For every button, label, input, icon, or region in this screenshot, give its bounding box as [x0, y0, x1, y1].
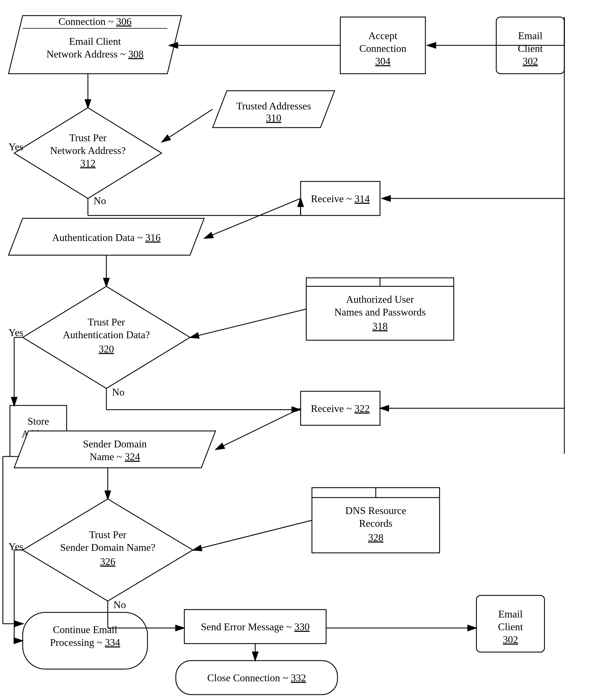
yes-label-326: Yes: [8, 541, 23, 552]
svg-text:Sender Domain: Sender Domain: [83, 438, 147, 450]
svg-text:Records: Records: [359, 518, 392, 529]
svg-text:DNS Resource: DNS Resource: [345, 505, 406, 516]
svg-text:326: 326: [100, 556, 116, 567]
yes-label-320: Yes: [8, 327, 23, 338]
svg-text:Email: Email: [498, 609, 523, 620]
arrow-314-to-316: [205, 199, 301, 238]
svg-text:Receive ~ 322: Receive ~ 322: [311, 403, 370, 414]
svg-text:Trust Per: Trust Per: [87, 316, 125, 328]
arrow-318-to-320: [191, 309, 306, 337]
svg-text:Receive ~ 314: Receive ~ 314: [311, 193, 370, 204]
flowchart-diagram: Email Client 302 Accept Connection 304 C…: [0, 0, 589, 700]
svg-text:Processing ~ 334: Processing ~ 334: [50, 637, 120, 648]
svg-text:Send Error Message ~ 330: Send Error Message ~ 330: [201, 621, 310, 633]
svg-text:Connection ~ 306: Connection ~ 306: [58, 16, 131, 27]
svg-text:Authentication Data ~ 316: Authentication Data ~ 316: [52, 232, 161, 243]
svg-text:Authentication Data?: Authentication Data?: [63, 329, 150, 340]
svg-text:Store: Store: [27, 416, 49, 427]
svg-text:Sender Domain Name?: Sender Domain Name?: [60, 542, 155, 553]
svg-text:302: 302: [503, 634, 518, 645]
no-label-312: No: [93, 195, 106, 206]
arrow-310-to-312: [162, 109, 213, 142]
no-label-326: No: [114, 599, 126, 611]
svg-text:Name ~ 324: Name ~ 324: [89, 451, 140, 462]
svg-text:Network Address?: Network Address?: [50, 145, 126, 156]
email-client-302-label: Email: [518, 30, 543, 41]
svg-text:320: 320: [99, 343, 114, 355]
svg-text:Network Address ~ 308: Network Address ~ 308: [46, 48, 144, 60]
svg-text:Accept: Accept: [368, 30, 397, 41]
svg-text:328: 328: [368, 532, 383, 543]
svg-text:Names and Passwords: Names and Passwords: [334, 306, 426, 318]
svg-text:Connection: Connection: [359, 43, 406, 54]
arrow-322-to-324: [216, 408, 301, 449]
svg-text:Trust Per: Trust Per: [69, 132, 107, 144]
svg-text:Close Connection ~ 332: Close Connection ~ 332: [207, 672, 306, 684]
svg-text:Client: Client: [498, 621, 523, 633]
svg-text:302: 302: [523, 55, 538, 67]
no-label-320: No: [112, 387, 125, 398]
svg-text:Client: Client: [518, 43, 543, 54]
svg-text:Authorized User: Authorized User: [346, 294, 414, 305]
svg-text:Trusted Addresses: Trusted Addresses: [236, 100, 311, 112]
svg-text:312: 312: [80, 158, 95, 169]
yes-label-312: Yes: [8, 141, 23, 153]
svg-text:310: 310: [266, 112, 281, 124]
svg-text:304: 304: [375, 55, 390, 67]
svg-text:Email Client: Email Client: [69, 36, 121, 47]
svg-text:318: 318: [372, 321, 388, 332]
arrow-328-to-326: [193, 520, 312, 550]
svg-text:Trust Per: Trust Per: [89, 529, 127, 540]
